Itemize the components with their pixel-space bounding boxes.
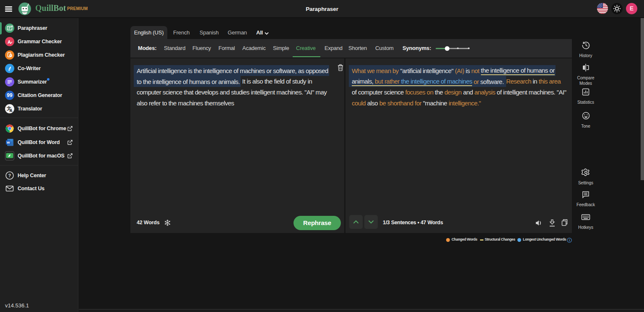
svg-text:?: ? <box>8 173 11 178</box>
svg-text:W: W <box>7 141 10 144</box>
svg-text:A: A <box>10 108 13 113</box>
